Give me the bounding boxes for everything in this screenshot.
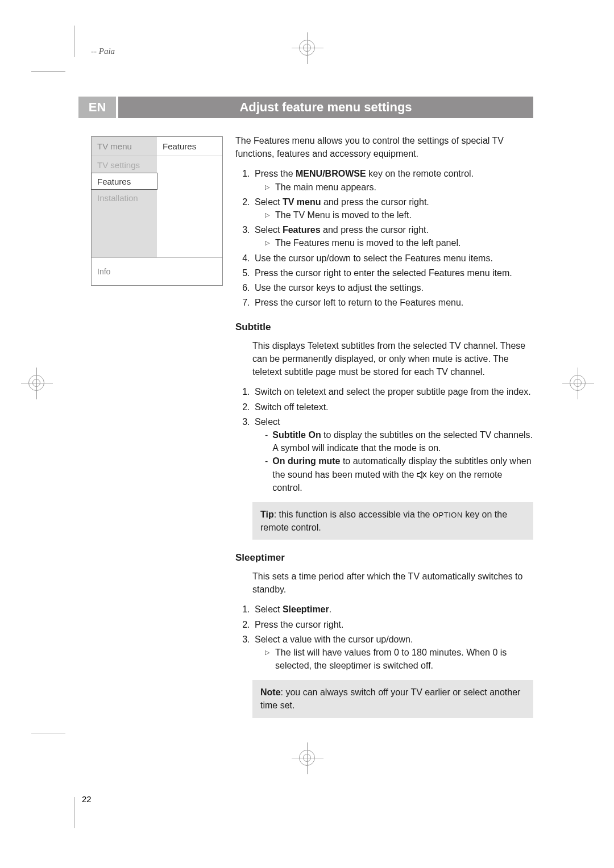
intro-paragraph: The Features menu allows you to control … [235,134,533,160]
list-item: Press the MENU/BROWSE key on the remote … [252,167,533,193]
triangle-icon: ▷ [265,181,269,194]
list-item: Use the cursor up/down to select the Fea… [252,252,533,265]
registration-mark-bottom [299,750,315,768]
body-text: The Features menu allows you to control … [235,134,533,721]
list-item: Press the cursor right to enter the sele… [252,266,533,279]
registration-mark-right [570,375,586,393]
crop-line [74,797,74,828]
subtitle-heading: Subtitle [235,320,533,335]
running-header: -- Paia [91,47,115,56]
registration-mark-left [28,375,44,393]
list-item: Select Sleeptimer. [252,603,533,616]
list-item: Select a value with the cursor up/down. … [252,633,533,673]
triangle-icon: ▷ [265,208,269,222]
list-item: Press the cursor right. [252,618,533,631]
language-tab: EN [78,97,116,118]
menu-item-features: Features [91,173,157,190]
title-row: EN Adjust feature menu settings [78,97,533,118]
page-number: 22 [82,794,92,804]
list-item: Press the cursor left to return to the F… [252,296,533,309]
list-item: Select -Subtitle On to display the subti… [252,415,533,494]
registration-mark-top [299,40,315,58]
tv-menu-diagram: TV menu Features TV settings Features In… [91,136,223,286]
sleeptimer-intro: This sets a time period after which the … [235,570,533,596]
menu-header-left: TV menu [92,137,157,156]
list-item: Select TV menu and press the cursor righ… [252,195,533,222]
menu-info-row: Info [92,257,222,285]
list-item: Use the cursor keys to adjust the settin… [252,281,533,294]
subtitle-steps-list: Switch on teletext and select the proper… [235,385,533,494]
page-content: EN Adjust feature menu settings TV menu … [78,97,533,721]
list-item: Switch off teletext. [252,400,533,414]
note-box: Note: you can always switch off your TV … [252,680,533,717]
mute-icon [417,471,427,479]
triangle-icon: ▷ [265,646,269,672]
triangle-icon: ▷ [265,236,269,249]
sleeptimer-steps-list: Select Sleeptimer. Press the cursor righ… [235,603,533,672]
crop-line [31,71,65,72]
list-item: Select Features and press the cursor rig… [252,223,533,249]
menu-item-installation: Installation [92,189,157,206]
sleeptimer-heading: Sleeptimer [235,551,533,565]
crop-line [31,733,65,733]
subtitle-intro: This displays Teletext subtitles from th… [235,339,533,379]
tip-box: Tip: this function is also accessible vi… [252,502,533,540]
list-item: Switch on teletext and select the proper… [252,385,533,398]
menu-header-right: Features [157,137,222,156]
page-title: Adjust feature menu settings [118,97,533,118]
crop-line [74,26,74,57]
main-steps-list: Press the MENU/BROWSE key on the remote … [235,167,533,309]
menu-item-tv-settings: TV settings [92,156,157,173]
